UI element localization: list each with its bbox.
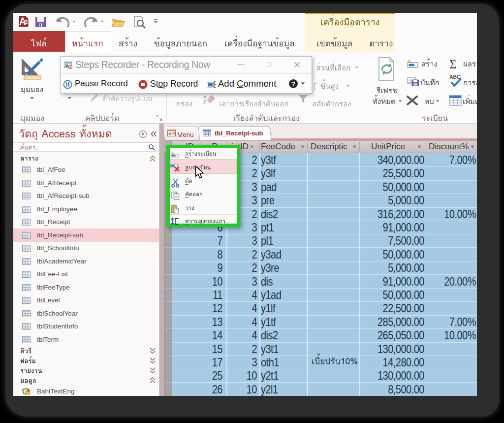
svg-text:?: ? [291, 80, 295, 88]
svg-text:ABC: ABC [449, 74, 461, 80]
svg-text:Z: Z [203, 99, 206, 104]
